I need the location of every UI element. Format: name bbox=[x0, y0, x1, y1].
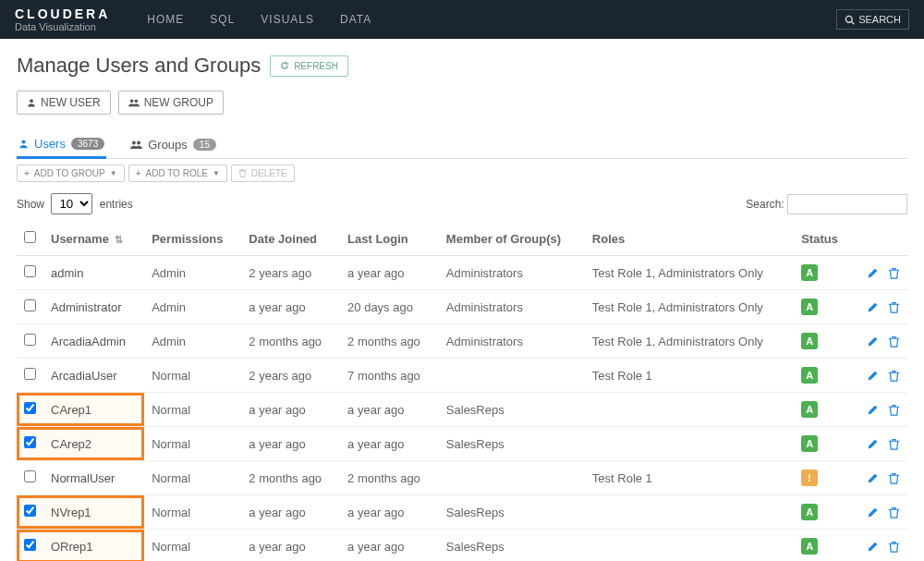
add-to-role-label: ADD TO ROLE bbox=[145, 168, 207, 178]
permissions-cell: Normal bbox=[144, 359, 241, 393]
new-group-button[interactable]: NEW GROUP bbox=[118, 91, 224, 115]
new-group-label: NEW GROUP bbox=[144, 96, 213, 109]
status-badge: A bbox=[801, 435, 818, 452]
nav-home[interactable]: HOME bbox=[147, 13, 184, 26]
svg-point-4 bbox=[134, 99, 138, 103]
nav-sql[interactable]: SQL bbox=[210, 13, 235, 26]
col-status[interactable]: Status bbox=[794, 222, 852, 256]
last-cell: a year ago bbox=[340, 530, 439, 562]
search-button[interactable]: SEARCH bbox=[836, 9, 909, 30]
search-label: Search: bbox=[746, 198, 784, 211]
trash-icon[interactable] bbox=[888, 472, 900, 484]
col-username[interactable]: Username⇅ bbox=[43, 222, 144, 256]
joined-cell: a year ago bbox=[241, 530, 340, 562]
joined-cell: a year ago bbox=[241, 290, 340, 324]
edit-icon[interactable] bbox=[867, 301, 879, 313]
svg-point-2 bbox=[30, 99, 33, 103]
group-icon bbox=[128, 98, 140, 107]
svg-point-3 bbox=[129, 99, 133, 103]
status-badge: ! bbox=[801, 470, 818, 486]
edit-icon[interactable] bbox=[867, 370, 879, 382]
page-size-select[interactable]: 10 bbox=[51, 193, 92, 214]
edit-icon[interactable] bbox=[867, 506, 879, 518]
edit-icon[interactable] bbox=[867, 267, 879, 279]
permissions-cell: Normal bbox=[144, 393, 241, 427]
select-all-checkbox[interactable] bbox=[24, 231, 36, 243]
row-checkbox[interactable] bbox=[24, 436, 36, 448]
trash-icon[interactable] bbox=[888, 404, 900, 416]
username-cell: admin bbox=[51, 266, 83, 280]
trash-icon[interactable] bbox=[888, 301, 900, 313]
tab-users[interactable]: Users 3673 bbox=[17, 131, 106, 159]
trash-icon[interactable] bbox=[888, 267, 900, 279]
groups-cell: Administrators bbox=[439, 324, 585, 359]
permissions-cell: Admin bbox=[144, 324, 241, 359]
tab-groups[interactable]: Groups 15 bbox=[128, 131, 218, 158]
add-to-role-button[interactable]: + ADD TO ROLE ▼ bbox=[128, 165, 227, 182]
table-row: AdministratorAdmina year ago20 days agoA… bbox=[17, 290, 907, 324]
row-checkbox[interactable] bbox=[24, 402, 36, 414]
permissions-cell: Admin bbox=[144, 290, 241, 324]
trash-icon bbox=[238, 169, 247, 177]
permissions-cell: Normal bbox=[144, 530, 241, 562]
groups-count-badge: 15 bbox=[193, 139, 216, 151]
last-cell: a year ago bbox=[340, 256, 439, 290]
groups-cell: SalesReps bbox=[439, 495, 585, 530]
groups-cell: SalesReps bbox=[439, 427, 585, 461]
table-row: NormalUserNormal2 months ago2 months ago… bbox=[17, 461, 907, 495]
nav-visuals[interactable]: VISUALS bbox=[261, 13, 314, 26]
joined-cell: 2 years ago bbox=[241, 256, 340, 290]
edit-icon[interactable] bbox=[867, 404, 879, 416]
col-joined[interactable]: Date Joined bbox=[241, 222, 340, 256]
username-cell: ORrep1 bbox=[51, 540, 93, 554]
show-label: Show bbox=[17, 198, 44, 211]
add-to-group-button[interactable]: + ADD TO GROUP ▼ bbox=[17, 165, 125, 182]
top-navbar: CLOUDERA Data Visualization HOME SQL VIS… bbox=[0, 0, 924, 39]
row-checkbox[interactable] bbox=[24, 368, 36, 380]
permissions-cell: Normal bbox=[144, 495, 241, 530]
brand-subtitle: Data Visualization bbox=[15, 22, 110, 32]
col-permissions[interactable]: Permissions bbox=[144, 222, 241, 256]
groups-cell: Administrators bbox=[439, 256, 585, 290]
trash-icon[interactable] bbox=[888, 370, 900, 382]
table-row: ORrep1Normala year agoa year agoSalesRep… bbox=[17, 530, 907, 562]
last-cell: a year ago bbox=[340, 393, 439, 427]
col-last-login[interactable]: Last Login bbox=[340, 222, 439, 256]
last-cell: 20 days ago bbox=[340, 290, 439, 324]
roles-cell: Test Role 1 bbox=[585, 359, 794, 393]
edit-icon[interactable] bbox=[867, 438, 879, 450]
row-checkbox[interactable] bbox=[24, 470, 36, 482]
group-icon bbox=[130, 140, 142, 150]
delete-button[interactable]: DELETE bbox=[231, 165, 295, 182]
row-checkbox[interactable] bbox=[24, 334, 36, 346]
edit-icon[interactable] bbox=[867, 541, 879, 553]
user-icon bbox=[18, 139, 29, 149]
row-checkbox[interactable] bbox=[24, 299, 36, 311]
roles-cell: Test Role 1, Administrators Only bbox=[585, 290, 794, 324]
row-checkbox[interactable] bbox=[24, 265, 36, 277]
trash-icon[interactable] bbox=[888, 506, 900, 518]
trash-icon[interactable] bbox=[888, 541, 900, 553]
edit-icon[interactable] bbox=[867, 472, 879, 484]
trash-icon[interactable] bbox=[888, 438, 900, 450]
table-row: adminAdmin2 years agoa year agoAdministr… bbox=[17, 256, 907, 290]
table-row: NVrep1Normala year agoa year agoSalesRep… bbox=[17, 495, 907, 530]
action-buttons: NEW USER NEW GROUP bbox=[17, 91, 907, 115]
permissions-cell: Normal bbox=[144, 427, 241, 461]
status-badge: A bbox=[801, 367, 818, 384]
refresh-button[interactable]: REFRESH bbox=[270, 55, 348, 77]
nav-data[interactable]: DATA bbox=[340, 13, 371, 26]
roles-cell: Test Role 1, Administrators Only bbox=[585, 256, 794, 290]
page-title: Manage Users and Groups bbox=[17, 54, 261, 78]
trash-icon[interactable] bbox=[888, 335, 900, 348]
search-input[interactable] bbox=[787, 194, 907, 214]
edit-icon[interactable] bbox=[867, 335, 879, 348]
row-checkbox[interactable] bbox=[24, 505, 36, 517]
col-groups[interactable]: Member of Group(s) bbox=[439, 222, 585, 256]
new-user-button[interactable]: NEW USER bbox=[17, 91, 111, 115]
row-checkbox[interactable] bbox=[24, 539, 36, 551]
username-cell: CArep2 bbox=[51, 437, 91, 451]
table-row: CArep2Normala year agoa year agoSalesRep… bbox=[17, 427, 907, 461]
col-roles[interactable]: Roles bbox=[585, 222, 794, 256]
search-icon bbox=[845, 15, 855, 25]
